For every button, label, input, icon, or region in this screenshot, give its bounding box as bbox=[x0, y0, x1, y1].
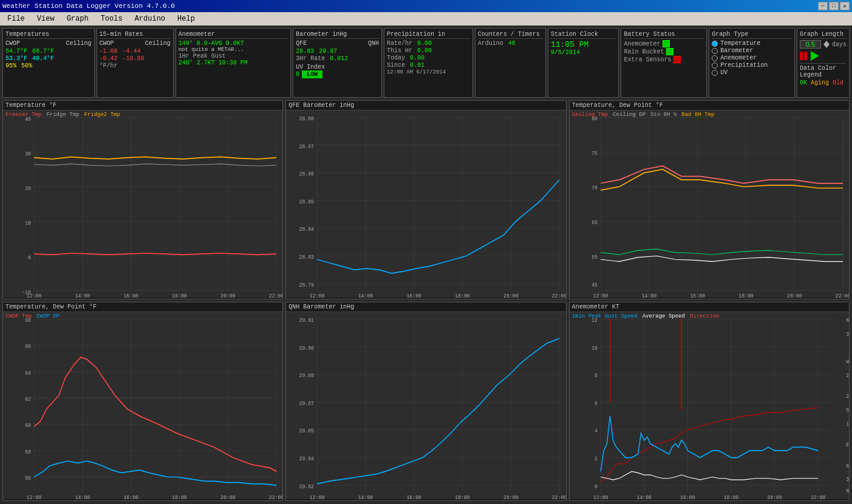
legend-fridge: Fridge Tmp bbox=[46, 112, 79, 118]
graphlen-down[interactable] bbox=[823, 44, 830, 48]
graph-anem-legend: 1min Peak Gust Speed Average Speed Direc… bbox=[572, 313, 720, 319]
svg-rect-131 bbox=[570, 312, 849, 499]
svg-text:14:00: 14:00 bbox=[358, 293, 373, 298]
menu-arduino[interactable]: Arduino bbox=[130, 13, 170, 24]
menu-view[interactable]: View bbox=[32, 13, 60, 24]
cwop-chart: 68 66 64 62 60 58 56 12:00 14:00 16:00 1… bbox=[3, 312, 282, 499]
radio-precip-label[interactable]: Precipitation bbox=[720, 62, 768, 69]
battery-panel: Battery Status Anemometer Rain Bucket Ex… bbox=[621, 28, 707, 98]
cwop-humidity: 95% bbox=[5, 63, 16, 69]
svg-text:16:00: 16:00 bbox=[123, 495, 138, 499]
uv-status: LOW bbox=[302, 70, 322, 78]
graph-anemometer: Anemometer KT 1min Peak Gust Speed Avera… bbox=[569, 302, 850, 501]
radio-temp-indicator bbox=[712, 41, 718, 47]
legend-old: Old bbox=[833, 80, 843, 86]
graphlen-title: Graph Length bbox=[800, 31, 847, 39]
svg-text:22:00: 22:00 bbox=[836, 293, 849, 298]
graph-qnh-title: QNH Barometer inHg bbox=[286, 302, 565, 312]
graph-cwop-title: Temperature, Dew Point °F bbox=[3, 302, 282, 312]
menu-help[interactable]: Help bbox=[172, 13, 200, 24]
rates-col1-header: CWOP bbox=[100, 40, 114, 47]
temp-chart: 40 30 20 10 0 -10 12:00 14:00 16:00 18:0… bbox=[3, 111, 282, 298]
legend-peak-gust: 1min Peak Gust Speed bbox=[572, 313, 638, 319]
svg-text:150: 150 bbox=[846, 421, 849, 428]
play-button[interactable] bbox=[811, 51, 819, 61]
since-label: Since bbox=[387, 62, 405, 69]
svg-text:28.83: 28.83 bbox=[299, 254, 315, 261]
graph-qfe-baro: QFE Barometer inHg 28.88 28.87 28.86 bbox=[285, 100, 566, 299]
close-button[interactable]: ✕ bbox=[840, 2, 850, 10]
svg-text:20:00: 20:00 bbox=[220, 293, 236, 298]
graph-temperature: Temperature °F Freezer Tmp Fridge Tmp Fr… bbox=[2, 100, 283, 299]
legend-direction: Direction bbox=[690, 313, 720, 319]
legend-fridge2: Fridge2 Tmp bbox=[84, 112, 120, 118]
since-date: 12:00 AM 6/17/2014 bbox=[387, 69, 470, 75]
svg-text:30: 30 bbox=[846, 477, 849, 483]
svg-text:20:00: 20:00 bbox=[767, 495, 782, 499]
svg-text:22:00: 22:00 bbox=[269, 293, 282, 298]
svg-text:29.82: 29.82 bbox=[299, 483, 315, 490]
svg-text:12:00: 12:00 bbox=[27, 293, 42, 298]
menu-file[interactable]: File bbox=[2, 13, 30, 24]
svg-text:22:00: 22:00 bbox=[811, 495, 826, 499]
cwop-temp: 54.7°F bbox=[5, 48, 27, 55]
legend-ceil-tmp: Ceiling Tmp bbox=[572, 112, 608, 118]
anem-label: Anemometer bbox=[624, 41, 660, 47]
svg-text:16:00: 16:00 bbox=[407, 495, 422, 499]
menu-bar: File View Graph Tools Arduino Help bbox=[0, 12, 852, 26]
svg-text:18:00: 18:00 bbox=[172, 495, 187, 499]
precipitation-panel: Precipitation in Rate/hr 0.00 This Hr 0.… bbox=[384, 28, 473, 98]
svg-text:16:00: 16:00 bbox=[123, 293, 138, 298]
window-controls: ─ □ ✕ bbox=[818, 2, 850, 10]
svg-text:10: 10 bbox=[25, 220, 31, 227]
ceiling-humidity: 50% bbox=[21, 63, 32, 69]
rates-col2-header: Ceiling bbox=[145, 40, 171, 47]
qnh-val: 29.87 bbox=[319, 48, 337, 55]
svg-text:60: 60 bbox=[846, 463, 849, 469]
qfe-chart: 28.88 28.87 28.86 28.85 28.84 28.83 28.7… bbox=[286, 111, 565, 298]
anem-chart: 12 10 8 6 4 2 0 N 330 W 240 210 S 150 E … bbox=[570, 312, 849, 499]
extra-battery-indicator bbox=[673, 56, 681, 63]
counters-panel: Counters / Timers Arduino 46 bbox=[475, 28, 546, 98]
graphlen-input[interactable] bbox=[800, 40, 821, 49]
graph-temp-legend: Freezer Tmp Fridge Tmp Fridge2 Tmp bbox=[5, 112, 120, 118]
svg-text:0: 0 bbox=[28, 255, 31, 262]
baro-title: Barometer inHg bbox=[296, 31, 379, 39]
legend-stn-rh: Stn RH % bbox=[650, 112, 676, 118]
graph-cwop-legend: CWOP Tmp CWOP DP bbox=[5, 313, 60, 319]
anem-title: Anemometer bbox=[179, 31, 288, 39]
svg-text:20:00: 20:00 bbox=[503, 495, 519, 499]
radio-uv-label[interactable]: UV bbox=[720, 69, 728, 76]
arduino-label: Arduino bbox=[478, 40, 503, 47]
svg-text:55: 55 bbox=[591, 254, 598, 261]
svg-text:28.87: 28.87 bbox=[299, 143, 315, 150]
precip-title: Precipitation in bbox=[387, 31, 470, 39]
radio-baro-label[interactable]: Barometer bbox=[720, 47, 753, 54]
svg-text:14:00: 14:00 bbox=[75, 293, 90, 298]
svg-text:S: S bbox=[846, 407, 849, 414]
clock-title: Station Clock bbox=[551, 31, 616, 39]
svg-text:28.79: 28.79 bbox=[299, 282, 315, 288]
ceil-rate1: -4.44 bbox=[123, 48, 141, 55]
svg-text:58: 58 bbox=[25, 449, 31, 455]
svg-text:70: 70 bbox=[591, 185, 598, 192]
radio-anem-label[interactable]: Anemometer bbox=[720, 55, 757, 61]
svg-text:8: 8 bbox=[595, 373, 598, 380]
svg-text:75: 75 bbox=[591, 151, 598, 157]
svg-text:E: E bbox=[846, 442, 849, 449]
maximize-button[interactable]: □ bbox=[829, 2, 839, 10]
menu-tools[interactable]: Tools bbox=[96, 13, 128, 24]
minimize-button[interactable]: ─ bbox=[818, 2, 828, 10]
legend-aging: Aging bbox=[811, 80, 829, 86]
pause-button[interactable] bbox=[800, 52, 807, 60]
svg-text:330: 330 bbox=[846, 331, 849, 338]
graph-qfe-title: QFE Barometer inHg bbox=[286, 101, 565, 111]
cwop-temp2: 53.3°F bbox=[5, 55, 27, 62]
radio-temp-label[interactable]: Temperature bbox=[720, 40, 760, 47]
svg-text:W: W bbox=[846, 359, 849, 366]
extra-label: Extra Sensors bbox=[624, 56, 671, 63]
svg-text:22:00: 22:00 bbox=[269, 495, 282, 499]
menu-graph[interactable]: Graph bbox=[62, 13, 94, 24]
legend-avg-speed: Average Speed bbox=[642, 313, 685, 319]
graphtype-title: Graph Type bbox=[712, 31, 792, 39]
